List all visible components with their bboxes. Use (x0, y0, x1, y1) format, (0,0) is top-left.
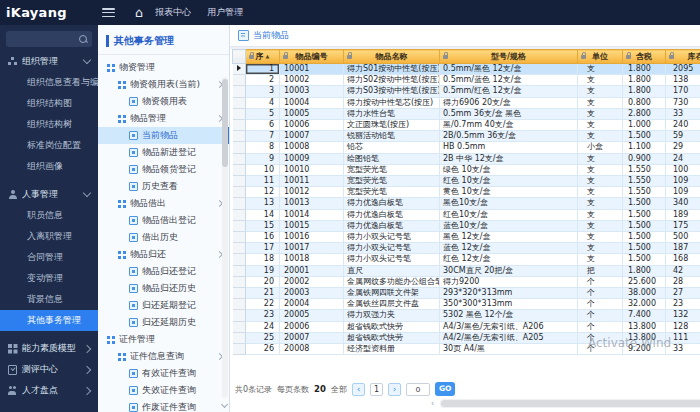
cell[interactable]: 黑/0.7mm 40支/盒 (440, 120, 578, 131)
table-row[interactable]: 2420006超省钱欧式快劳A4/3/黑色/无索引纸、A206个13.80012… (233, 321, 700, 332)
cell[interactable]: 1.500 (623, 220, 666, 231)
cell[interactable]: 1.550 (623, 164, 666, 175)
table-row[interactable]: 510005得力水性台笔0.5mm 36支/盒 黑色支2.80033 (233, 108, 700, 119)
cell[interactable]: 29 (666, 142, 700, 153)
table-row[interactable]: 1810018得力小双头记号笔红色 12支/盒支1.500168 (233, 254, 700, 265)
tree-node[interactable]: 证件信息查询 (98, 348, 229, 365)
tree-node[interactable]: 借出历史 (98, 229, 229, 246)
cell[interactable]: 10017 (280, 243, 344, 254)
table-row[interactable]: 110001得力S01按动中性笔(按压)0.5mm/黑色 12支/盒支1.800… (233, 64, 700, 75)
cell[interactable]: 金属网纹多功能办公组合笔筒 (344, 276, 440, 287)
cell[interactable]: 38.000 (623, 288, 666, 299)
cell[interactable]: 10012 (280, 187, 344, 198)
col-header-1[interactable]: 序▲ (246, 50, 280, 64)
cell[interactable]: 26 (246, 344, 280, 355)
row-indicator-cell[interactable] (233, 75, 246, 86)
scrollbar-thumb[interactable] (222, 79, 228, 167)
home-icon[interactable]: ⌂ (135, 0, 143, 25)
sidebar-item[interactable]: 组织信息查看与编辑 (0, 72, 98, 93)
cell[interactable]: 支 (578, 232, 623, 243)
cell[interactable]: 绘图铅笔 (344, 153, 440, 164)
cell[interactable]: 1.500 (623, 243, 666, 254)
cell[interactable]: 0.900 (623, 153, 666, 164)
cell[interactable]: 10011 (280, 176, 344, 187)
cell[interactable]: 4 (246, 97, 280, 108)
row-indicator-cell[interactable] (233, 288, 246, 299)
sidebar-item[interactable]: 职员信息 (0, 205, 98, 226)
cell[interactable]: 得力小双头记号笔 (344, 243, 440, 254)
cell[interactable]: 蓝色 12支/盒 (440, 243, 578, 254)
cell[interactable]: 1.500 (623, 131, 666, 142)
cell[interactable]: 5 (246, 108, 280, 119)
cell[interactable]: 10006 (280, 120, 344, 131)
cell[interactable]: 红色 10支/盒 (440, 176, 578, 187)
cell[interactable]: 10005 (280, 108, 344, 119)
cell[interactable]: 17 (246, 243, 280, 254)
cell[interactable]: 24 (246, 321, 280, 332)
scrollbar-track[interactable] (440, 399, 700, 408)
cell[interactable]: 支 (578, 243, 623, 254)
cell[interactable]: 小盒 (578, 142, 623, 153)
table-row[interactable]: 1010010宽型荧光笔绿色 10支/盒支1.550100 (233, 164, 700, 175)
tree-node[interactable]: 失效证件查询 (98, 382, 229, 399)
cell[interactable]: 黄色 10支/盒 (440, 187, 578, 198)
cell[interactable]: 187 (666, 243, 700, 254)
cell[interactable]: 12 (246, 187, 280, 198)
sidebar-group[interactable]: 能力素质模型 (0, 338, 98, 359)
cell[interactable]: 111 (666, 332, 700, 343)
row-indicator-cell[interactable] (233, 209, 246, 220)
tree-node[interactable]: 物品归还 (98, 246, 229, 263)
cell[interactable]: 个 (578, 276, 623, 287)
cell[interactable]: 0.5mm/蓝色 12支/盒 (440, 75, 578, 86)
cell[interactable]: 730 (666, 97, 700, 108)
cell[interactable]: 33 (666, 108, 700, 119)
table-row[interactable]: 2020002金属网纹多功能办公组合笔筒得力9200个25.60028 (233, 276, 700, 287)
cell[interactable]: 超省钱欧式快劳 (344, 321, 440, 332)
cell[interactable]: 得力S01按动中性笔(按压) (344, 64, 440, 75)
cell[interactable]: 1.550 (623, 176, 666, 187)
col-header-3[interactable]: 物品名称 (344, 50, 440, 64)
cell[interactable]: 18 (246, 254, 280, 265)
cell[interactable]: 10001 (280, 64, 344, 75)
scrollbar-thumb[interactable] (441, 400, 700, 407)
cell[interactable]: 金属铁网四联文件架 (344, 288, 440, 299)
cell[interactable]: 240 (666, 120, 700, 131)
cell[interactable]: 7 (246, 131, 280, 142)
cell[interactable]: 支 (578, 75, 623, 86)
tree-node[interactable]: 物品新进登记 (98, 144, 229, 161)
cell[interactable]: 蓝色10支/盒 (440, 220, 578, 231)
cell[interactable]: 500 (666, 232, 700, 243)
go-button[interactable]: GO (435, 382, 456, 396)
menu-toggle-icon[interactable] (102, 8, 115, 17)
cell[interactable]: 128 (666, 321, 700, 332)
cell[interactable]: 1.550 (623, 187, 666, 198)
tree-node[interactable]: 物品领货登记 (98, 161, 229, 178)
table-row[interactable]: 410004得力按动中性笔芯(按压)得力6906 20支/盒支0.800730 (233, 97, 700, 108)
table-row[interactable]: 2120003金属铁网四联文件架293*320*313mm个38.00027 (233, 288, 700, 299)
cell[interactable]: 9 (246, 153, 280, 164)
cell[interactable]: 2B 中华 12支/盒 (440, 153, 578, 164)
cell[interactable]: 宽型荧光笔 (344, 187, 440, 198)
cell[interactable]: 得力小双头记号笔 (344, 254, 440, 265)
cell[interactable]: 10008 (280, 142, 344, 153)
cell[interactable]: 14 (246, 209, 280, 220)
table-row[interactable]: 1610016得力小双头记号笔黑色 12支/盒支1.500500 (233, 232, 700, 243)
sidebar-item[interactable]: 入离职管理 (0, 226, 98, 247)
cell[interactable]: 10016 (280, 232, 344, 243)
cell[interactable]: 340 (666, 198, 700, 209)
cell[interactable]: 189 (666, 209, 700, 220)
row-indicator-cell[interactable] (233, 164, 246, 175)
cell[interactable]: 1.800 (623, 265, 666, 276)
cell[interactable]: 1.500 (623, 198, 666, 209)
cell[interactable]: 1.500 (623, 209, 666, 220)
cell[interactable]: 9.200 (623, 344, 666, 355)
cell[interactable]: 宽型荧光笔 (344, 176, 440, 187)
cell[interactable]: 支 (578, 120, 623, 131)
col-header-2[interactable]: 物品编号 (280, 50, 344, 64)
cell[interactable]: 文正圆珠笔(按压) (344, 120, 440, 131)
cell[interactable]: 23 (666, 299, 700, 310)
sidebar-group[interactable]: 人事管理 (0, 184, 98, 205)
table-row[interactable]: 610006文正圆珠笔(按压)黑/0.7mm 40支/盒支1.000240 (233, 120, 700, 131)
tree-node[interactable]: 物资管理 (98, 59, 229, 76)
cell[interactable]: 红色 12支/盒 (440, 254, 578, 265)
